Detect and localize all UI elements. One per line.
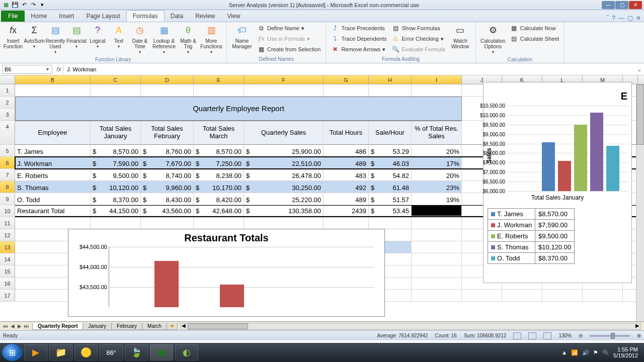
zoom-slider[interactable] [590, 335, 630, 337]
doc-restore-icon[interactable]: ▢ [627, 15, 633, 22]
cell[interactable]: 20% [412, 145, 462, 157]
cell[interactable]: $9,960.00 [141, 181, 194, 193]
recently-used-button[interactable]: ▤Recently Used▾ [45, 23, 65, 56]
volume-icon[interactable]: 🔊 [582, 349, 589, 356]
cell[interactable]: 483 [324, 169, 369, 181]
insert-function-button[interactable]: fxInsert Function [3, 23, 23, 50]
start-button[interactable]: ⊞ [2, 344, 22, 361]
cell[interactable]: $10,120.00 [91, 181, 141, 193]
define-name-button[interactable]: ⧉Define Name ▾ [255, 23, 323, 33]
cell[interactable]: 23% [412, 181, 462, 193]
cell[interactable]: $51.57 [369, 193, 412, 205]
page-break-view-button[interactable] [543, 332, 551, 339]
tab-home[interactable]: Home [25, 11, 53, 22]
date-time-button[interactable]: ◷Date & Time▾ [130, 23, 150, 56]
create-from-selection-button[interactable]: ▦Create from Selection [255, 44, 323, 54]
row-header[interactable]: 8 [0, 181, 15, 193]
tab-data[interactable]: Data [165, 11, 189, 22]
new-sheet-button[interactable]: ✸ [167, 323, 178, 330]
math-trig-button[interactable]: θMath & Trig▾ [178, 23, 198, 56]
cell[interactable]: $7,250.00 [194, 157, 244, 169]
cell[interactable]: 486 [324, 145, 369, 157]
select-all-corner[interactable] [0, 75, 15, 84]
employee-cell[interactable]: E. Roberts [15, 169, 91, 181]
row-header[interactable]: 2 [0, 97, 15, 109]
name-manager-button[interactable]: 🏷Name Manager [230, 23, 254, 50]
cell[interactable]: $8,430.00 [141, 193, 194, 205]
zoom-level[interactable]: 130% [558, 333, 572, 338]
calculate-sheet-button[interactable]: ▤Calculate Sheet [508, 34, 561, 44]
cell[interactable]: $8,238.00 [194, 169, 244, 181]
cell[interactable]: $22,510.00 [244, 157, 324, 169]
sheet-tab[interactable]: Quarterly Report [32, 323, 83, 330]
sheet-tab[interactable]: March [142, 323, 167, 330]
zoom-out-button[interactable]: ⊖ [579, 333, 583, 338]
name-box[interactable]: B6▼ [2, 65, 52, 74]
minimize-button[interactable]: — [602, 1, 615, 9]
show-formulas-button[interactable]: ▤Show Formulas [389, 23, 447, 33]
row-header[interactable]: 5 [0, 145, 15, 157]
logical-button[interactable]: ?Logical▾ [88, 23, 108, 50]
cell[interactable]: $25,900.00 [244, 145, 324, 157]
cell[interactable]: 19% [412, 193, 462, 205]
formula-input[interactable]: J. Workman [63, 65, 635, 73]
row-header[interactable]: 13 [0, 241, 15, 253]
trace-dependents-button[interactable]: ⤵Trace Dependents [329, 34, 388, 44]
zoom-in-button[interactable]: ⊕ [637, 333, 641, 338]
cell[interactable]: $46.03 [369, 157, 412, 169]
row-header[interactable]: 1 [0, 84, 15, 97]
app-icon[interactable]: ◐ [175, 344, 198, 360]
row-header[interactable]: 10 [0, 205, 15, 217]
cell[interactable]: $8,420.00 [194, 193, 244, 205]
system-tray[interactable]: ▲ 📶 🔊 ⚑ 🔌 1:55 PM 5/19/2012 [561, 346, 642, 358]
use-in-formula-button[interactable]: ƒxUse in Formula ▾ [255, 34, 323, 44]
row-header[interactable]: 14 [0, 253, 15, 265]
formula-expand-icon[interactable]: ⌄ [635, 66, 644, 73]
doc-close-icon[interactable]: ✕ [636, 15, 641, 22]
cell[interactable]: $10,170.00 [194, 181, 244, 193]
row-header[interactable]: 12 [0, 229, 15, 241]
tab-insert[interactable]: Insert [53, 11, 80, 22]
tab-view[interactable]: View [221, 11, 247, 22]
row-header[interactable]: 7 [0, 169, 15, 181]
tray-up-icon[interactable]: ▲ [561, 349, 567, 355]
autosum-button[interactable]: ΣAutoSum▾ [24, 23, 44, 50]
battery-icon[interactable]: 🔌 [602, 349, 609, 356]
evaluate-formula-button[interactable]: 🔍Evaluate Formula [389, 44, 447, 54]
excel-taskbar-icon[interactable]: ▦ [150, 344, 173, 360]
ribbon-minimize-icon[interactable]: ˇ [607, 15, 609, 22]
cell[interactable]: $8,760.00 [141, 145, 194, 157]
cell[interactable]: $53.29 [369, 145, 412, 157]
media-player-icon[interactable]: ▶ [24, 344, 47, 360]
tab-nav[interactable]: ⏮◀▶⏭ [0, 323, 32, 329]
page-layout-view-button[interactable] [528, 332, 536, 339]
chart-restaurant-totals[interactable]: Restaurant Totals $44,500.00$44,000.00$4… [68, 229, 385, 317]
employee-cell[interactable]: S. Thomas [15, 181, 91, 193]
row-header[interactable]: 16 [0, 278, 15, 290]
cell[interactable]: $26,478.00 [244, 169, 324, 181]
error-checking-button[interactable]: ⚠Error Checking ▾ [389, 34, 447, 44]
chart-employee-sales[interactable]: E Sales $10,500.00$10,000.00$9,500.00$9,… [483, 82, 632, 283]
app-icon[interactable]: 🍃 [125, 344, 148, 360]
financial-button[interactable]: ▤Financial▾ [66, 23, 87, 50]
more-functions-button[interactable]: ▥More Functions▾ [199, 23, 223, 56]
cell[interactable]: $8,570.00 [91, 145, 141, 157]
normal-view-button[interactable] [513, 332, 521, 339]
text-button[interactable]: AText▾ [109, 23, 129, 50]
row-header[interactable]: 17 [0, 290, 15, 302]
chrome-icon[interactable]: 🟡 [74, 344, 98, 360]
employee-cell[interactable]: O. Todd [15, 193, 91, 205]
watch-window-button[interactable]: ▭Watch Window [448, 23, 472, 50]
cell[interactable]: 489 [324, 193, 369, 205]
close-button[interactable]: ✕ [629, 1, 642, 9]
cell[interactable]: $7,590.00 [91, 157, 141, 169]
maximize-button[interactable]: ▢ [615, 1, 628, 9]
undo-icon[interactable]: ↶ [20, 1, 28, 9]
tab-review[interactable]: Review [189, 11, 221, 22]
save-icon[interactable]: 💾 [11, 1, 19, 9]
calculation-options-button[interactable]: ⚙Calculation Options▾ [479, 23, 507, 56]
cell[interactable]: $9,500.00 [91, 169, 141, 181]
network-icon[interactable]: 📶 [571, 349, 578, 356]
cell[interactable]: $61.48 [369, 181, 412, 193]
col-header[interactable]: D [141, 75, 194, 84]
